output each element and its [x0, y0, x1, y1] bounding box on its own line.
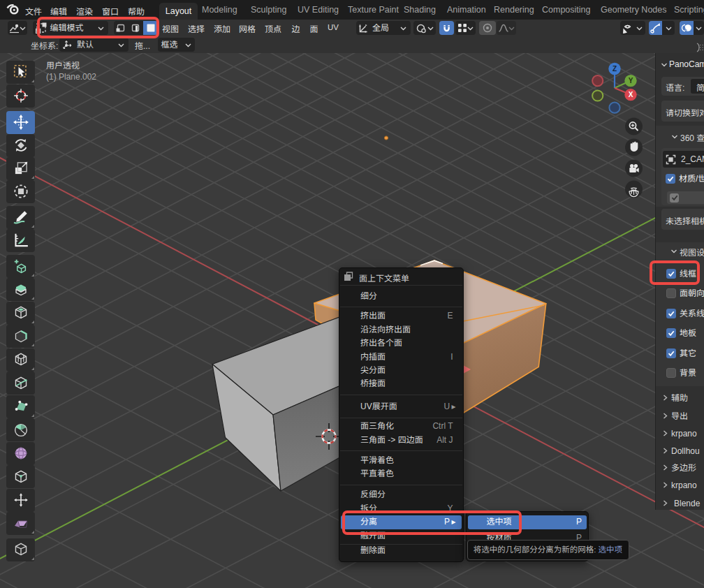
svg-text:X: X [629, 91, 633, 98]
svg-text:Z: Z [613, 65, 617, 73]
svg-text:Y: Y [629, 77, 633, 84]
